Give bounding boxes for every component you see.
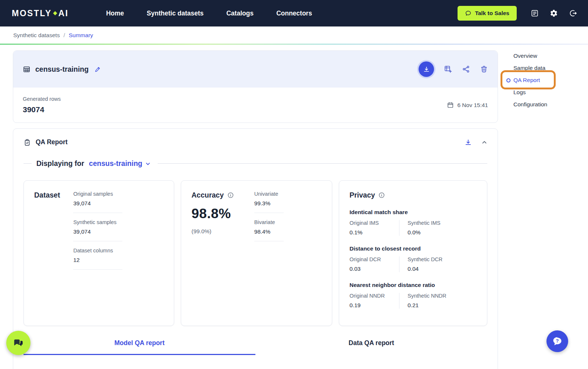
- dataset-card-body: Generated rows 39074 6 Nov 15:41: [13, 88, 498, 123]
- side-nav-qa-report[interactable]: QA Report: [513, 77, 547, 84]
- stat-original-samples: Original samples 39,074: [73, 191, 122, 213]
- accuracy-panel: Accuracy 98.8% (99.0%) Univariate: [181, 180, 332, 326]
- stat-dataset-columns: Dataset columns 12: [73, 248, 122, 270]
- info-icon[interactable]: [379, 192, 385, 198]
- help-chat-icon: ?: [552, 336, 563, 347]
- generated-rows-label: Generated rows: [23, 96, 61, 102]
- privacy-col: Synthetic DCR 0.04: [399, 256, 442, 272]
- top-navbar: MOSTLY AI Home Synthetic datasets Catalo…: [0, 0, 588, 26]
- chat-widget-button[interactable]: [6, 331, 31, 355]
- stat-bivariate: Bivariate 98.4%: [254, 219, 284, 241]
- main-nav: Home Synthetic datasets Catalogs Connect…: [106, 10, 312, 17]
- privacy-col: Synthetic IMS 0.0%: [399, 220, 440, 236]
- chevron-down-icon: [145, 160, 151, 167]
- share-icon[interactable]: [462, 65, 470, 73]
- accuracy-baseline: (99.0%): [191, 228, 234, 235]
- breadcrumb-parent[interactable]: Synthetic datasets: [13, 32, 60, 39]
- nav-item-connectors[interactable]: Connectors: [276, 10, 312, 17]
- navbar-icons: [531, 9, 577, 17]
- side-nav-overview[interactable]: Overview: [513, 53, 547, 60]
- help-widget-button[interactable]: ?: [546, 330, 568, 352]
- stat-label: Original NNDR: [349, 293, 399, 299]
- breadcrumb-separator: /: [64, 32, 65, 39]
- stat-label: Original DCR: [349, 256, 399, 262]
- logo-text-left: MOSTLY: [12, 8, 52, 18]
- nav-item-synthetic-datasets[interactable]: Synthetic datasets: [147, 10, 204, 17]
- table-icon: [23, 65, 31, 73]
- dataset-title: census-training: [35, 65, 89, 74]
- talk-to-sales-label: Talk to Sales: [475, 10, 509, 17]
- add-table-icon[interactable]: [444, 65, 452, 73]
- dataset-panel: Dataset Original samples 39,074 Syntheti…: [24, 180, 174, 326]
- stat-label: Original samples: [73, 191, 122, 197]
- trash-icon[interactable]: [480, 65, 488, 73]
- stat-label: Dataset columns: [73, 248, 122, 253]
- privacy-section-nndr: Nearest neighbor distance ratio Original…: [349, 282, 477, 309]
- qa-summary-panels: Dataset Original samples 39,074 Syntheti…: [13, 180, 498, 326]
- nav-item-catalogs[interactable]: Catalogs: [226, 10, 254, 17]
- tab-data-qa-report[interactable]: Data QA report: [255, 331, 487, 355]
- edit-pencil-icon[interactable]: [94, 66, 101, 73]
- chevron-up-icon[interactable]: [481, 139, 487, 145]
- download-button[interactable]: [419, 61, 434, 77]
- displaying-for-value: census-training: [89, 159, 142, 168]
- breadcrumb: Synthetic datasets / Summary: [0, 26, 588, 44]
- dataset-stats: Original samples 39,074 Synthetic sample…: [73, 191, 122, 315]
- logout-icon[interactable]: [569, 9, 577, 17]
- svg-text:?: ?: [556, 338, 559, 344]
- logo[interactable]: MOSTLY AI: [12, 8, 69, 18]
- stat-label: Synthetic samples: [73, 219, 122, 225]
- privacy-section-title: Identical match share: [349, 209, 477, 216]
- gear-icon[interactable]: [550, 9, 558, 17]
- displaying-for-selector[interactable]: census-training: [89, 159, 151, 168]
- download-icon: [423, 66, 430, 73]
- content: census-training: [0, 45, 588, 369]
- displaying-for-row: Displaying for census-training: [13, 159, 498, 168]
- side-nav-configuration[interactable]: Configuration: [513, 101, 547, 109]
- stat-value: 0.04: [408, 266, 442, 272]
- stat-label: Synthetic NNDR: [408, 293, 447, 299]
- chat-bubble-icon: [465, 10, 472, 17]
- privacy-section-ims: Identical match share Original IMS 0.1% …: [349, 209, 477, 236]
- displaying-for-label: Displaying for: [36, 159, 84, 168]
- accuracy-stats: Univariate 99.3% Bivariate 98.4%: [254, 191, 284, 315]
- notes-icon[interactable]: [531, 9, 539, 17]
- stat-value: 99.3%: [254, 200, 284, 207]
- stat-label: Synthetic DCR: [408, 256, 442, 262]
- qa-report-header: QA Report: [13, 138, 498, 146]
- stat-value: 0.0%: [408, 229, 440, 236]
- tab-model-qa-report[interactable]: Model QA report: [24, 331, 255, 355]
- stat-label: Bivariate: [254, 219, 284, 225]
- stat-value: 39,074: [73, 200, 122, 207]
- generated-date-value: 6 Nov 15:41: [457, 102, 488, 109]
- divider-line: [158, 163, 487, 164]
- side-nav-sample-data[interactable]: Sample data: [513, 65, 547, 72]
- qa-download-icon[interactable]: [465, 139, 472, 146]
- accuracy-panel-title: Accuracy: [191, 191, 224, 199]
- clipboard-check-icon: [24, 139, 31, 146]
- qa-report-card: QA Report Displaying for census-t: [13, 128, 498, 369]
- calendar-icon: [447, 102, 454, 109]
- info-icon[interactable]: [227, 192, 234, 198]
- stat-univariate: Univariate 99.3%: [254, 191, 284, 213]
- dataset-card-header: census-training: [13, 51, 498, 88]
- qa-report-tabs: Model QA report Data QA report: [13, 331, 498, 355]
- privacy-panel-title: Privacy: [349, 191, 375, 199]
- generated-date: 6 Nov 15:41: [447, 102, 488, 109]
- privacy-panel: Privacy Identical match share Original I…: [339, 180, 487, 326]
- privacy-col: Original DCR 0.03: [349, 256, 399, 272]
- dataset-summary-card: census-training: [13, 50, 498, 123]
- nav-item-home[interactable]: Home: [106, 10, 124, 17]
- stat-label: Original IMS: [349, 220, 399, 226]
- stat-value: 0.21: [408, 302, 447, 309]
- side-nav-logs[interactable]: Logs: [513, 89, 547, 96]
- divider-line: [24, 163, 32, 164]
- talk-to-sales-button[interactable]: Talk to Sales: [458, 6, 517, 21]
- accuracy-value: 98.8%: [191, 206, 234, 221]
- stat-label: Univariate: [254, 191, 284, 197]
- privacy-section-title: Nearest neighbor distance ratio: [349, 282, 477, 288]
- stat-value: 98.4%: [254, 228, 284, 235]
- privacy-section-dcr: Distance to closest record Original DCR …: [349, 245, 477, 272]
- privacy-section-title: Distance to closest record: [349, 245, 477, 252]
- chat-widget-icon: [12, 337, 25, 349]
